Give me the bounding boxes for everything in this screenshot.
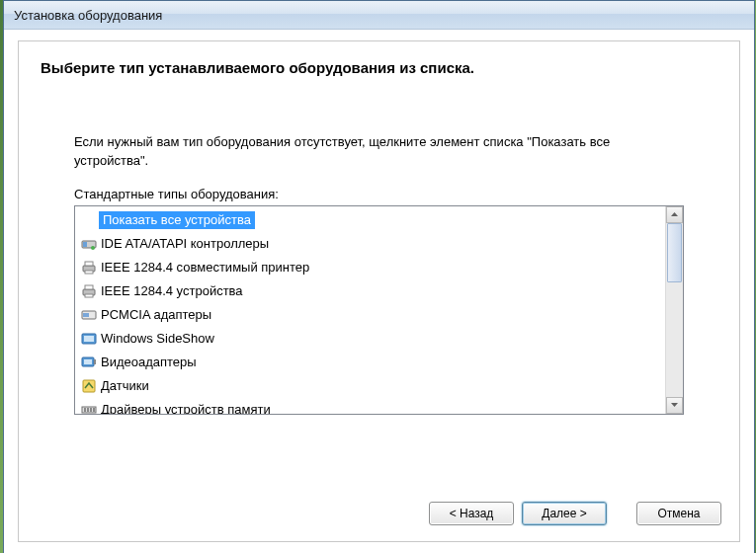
svg-rect-10	[83, 313, 89, 317]
list-item-label: Видеоадаптеры	[99, 354, 199, 370]
scroll-thumb[interactable]	[667, 223, 682, 282]
scroll-up-button[interactable]	[666, 206, 683, 223]
printer-icon	[81, 283, 97, 299]
all-icon	[81, 212, 97, 228]
hint-text: Если нужный вам тип оборудования отсутст…	[74, 133, 684, 171]
sensor-icon	[81, 378, 97, 394]
list-label: Стандартные типы оборудования:	[74, 187, 684, 201]
scroll-down-button[interactable]	[666, 397, 683, 414]
svg-rect-20	[90, 408, 92, 412]
list-item[interactable]: IDE ATA/ATAPI контроллеры	[79, 232, 665, 256]
list-item[interactable]: Датчики	[79, 374, 665, 398]
hardware-type-listbox[interactable]: Показать все устройстваIDE ATA/ATAPI кон…	[74, 205, 684, 415]
scroll-track[interactable]	[666, 223, 683, 397]
svg-rect-12	[84, 336, 94, 342]
list-item-label: Показать все устройства	[99, 211, 255, 229]
list-item-label: PCMCIA адаптеры	[99, 306, 213, 323]
svg-rect-4	[85, 262, 93, 266]
sideshow-icon	[81, 331, 97, 347]
button-row: < Назад Далее > Отмена	[429, 502, 721, 525]
pcmcia-icon	[81, 307, 97, 323]
window-title: Установка оборудования	[14, 8, 162, 23]
next-button[interactable]: Далее >	[522, 502, 607, 525]
list-item-label: Windows SideShow	[99, 330, 216, 347]
wizard-panel: Выберите тип устанавливаемого оборудован…	[18, 40, 740, 542]
page-heading: Выберите тип устанавливаемого оборудован…	[19, 41, 739, 76]
list-item[interactable]: Драйверы устройств памяти	[79, 398, 665, 414]
svg-point-2	[91, 246, 95, 250]
svg-rect-21	[93, 408, 95, 412]
list-item-label: Датчики	[99, 377, 151, 394]
content-area: Если нужный вам тип оборудования отсутст…	[19, 76, 739, 415]
list-item[interactable]: PCMCIA адаптеры	[79, 303, 665, 327]
list-item[interactable]: Показать все устройства	[79, 208, 665, 232]
svg-rect-19	[87, 408, 89, 412]
video-icon	[81, 355, 97, 370]
svg-rect-15	[94, 359, 96, 364]
svg-rect-18	[84, 408, 86, 412]
svg-rect-8	[85, 294, 93, 297]
list-item[interactable]: Windows SideShow	[79, 327, 665, 351]
list-inner: Показать все устройстваIDE ATA/ATAPI кон…	[75, 206, 665, 414]
list-item-label: Драйверы устройств памяти	[99, 401, 273, 414]
back-button[interactable]: < Назад	[429, 502, 514, 525]
scrollbar[interactable]	[665, 206, 683, 414]
cancel-button[interactable]: Отмена	[636, 502, 721, 525]
list-item[interactable]: IEEE 1284.4 устройства	[79, 279, 665, 303]
svg-rect-7	[85, 285, 93, 289]
list-item-label: IEEE 1284.4 совместимый принтер	[99, 259, 311, 276]
titlebar[interactable]: Установка оборудования	[4, 1, 754, 30]
wizard-window: Установка оборудования Выберите тип уста…	[3, 0, 755, 553]
printer-icon	[81, 260, 97, 276]
list-item-label: IEEE 1284.4 устройства	[99, 282, 245, 299]
svg-rect-1	[83, 242, 87, 247]
memory-icon	[81, 402, 97, 414]
svg-rect-5	[85, 271, 93, 274]
svg-rect-14	[84, 359, 92, 364]
button-gap	[615, 502, 629, 525]
ide-icon	[81, 236, 97, 252]
list-item[interactable]: Видеоадаптеры	[79, 351, 665, 374]
chevron-up-icon	[671, 212, 678, 216]
list-item-label: IDE ATA/ATAPI контроллеры	[99, 235, 271, 252]
chevron-down-icon	[671, 403, 678, 407]
list-item[interactable]: IEEE 1284.4 совместимый принтер	[79, 256, 665, 279]
